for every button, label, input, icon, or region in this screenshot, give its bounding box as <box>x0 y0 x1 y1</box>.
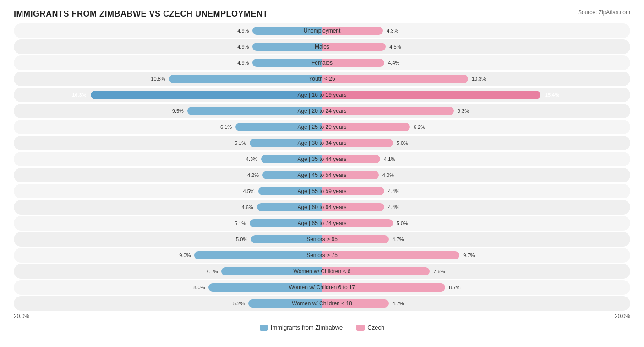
chart-header: IMMIGRANTS FROM ZIMBABWE VS CZECH UNEMPL… <box>14 9 630 19</box>
val-right: 5.0% <box>395 140 408 146</box>
val-left: 10.8% <box>151 76 167 82</box>
axis-left: 20.0% <box>14 313 29 319</box>
chart-row: 4.5%4.4%Age | 55 to 59 years <box>14 184 630 198</box>
chart-body: 4.9%4.3%Unemployment4.9%4.5%Males4.9%4.4… <box>14 23 630 311</box>
label-center: Youth < 25 <box>309 76 335 82</box>
val-right: 9.7% <box>461 253 475 258</box>
label-center: Females <box>311 60 333 66</box>
bar-right <box>322 91 540 99</box>
val-right: 6.2% <box>412 124 425 130</box>
label-center: Seniors > 75 <box>306 252 338 259</box>
label-center: Age | 20 to 24 years <box>297 108 346 114</box>
label-center: Women w/ Children < 6 <box>294 268 351 275</box>
label-center: Age | 65 to 74 years <box>297 220 346 226</box>
legend-label-left: Immigrants from Zimbabwe <box>271 324 343 331</box>
label-center: Age | 60 to 64 years <box>297 204 346 210</box>
val-right: 9.3% <box>456 108 469 114</box>
val-right: 7.6% <box>431 269 445 274</box>
legend: Immigrants from Zimbabwe Czech <box>14 324 630 331</box>
legend-item-left: Immigrants from Zimbabwe <box>260 324 343 331</box>
legend-item-right: Czech <box>356 324 384 331</box>
val-left: 7.1% <box>206 269 219 274</box>
axis-right: 20.0% <box>615 313 630 319</box>
val-right: 15.4% <box>542 92 559 98</box>
bar-right <box>322 43 386 51</box>
bar-right <box>322 75 468 83</box>
label-center: Age | 16 to 19 years <box>297 92 346 98</box>
val-right: 4.1% <box>382 156 395 162</box>
val-left: 9.0% <box>179 253 192 258</box>
label-center: Seniors > 65 <box>306 236 338 242</box>
chart-container: IMMIGRANTS FROM ZIMBABWE VS CZECH UNEMPL… <box>14 9 630 331</box>
label-center: Women w/ Children 6 to 17 <box>289 284 355 291</box>
legend-color-left <box>260 325 268 331</box>
bar-left <box>91 91 322 99</box>
bar-right <box>322 251 459 259</box>
legend-color-right <box>356 325 365 331</box>
label-center: Age | 55 to 59 years <box>297 188 346 194</box>
val-left: 9.5% <box>172 108 186 114</box>
val-right: 4.4% <box>386 188 399 194</box>
chart-row: 4.9%4.5%Males <box>14 39 630 54</box>
chart-row: 8.0%8.7%Women w/ Children 6 to 17 <box>14 280 630 295</box>
chart-row: 9.0%9.7%Seniors > 75 <box>14 248 630 263</box>
val-left: 4.3% <box>246 156 259 162</box>
val-right: 10.3% <box>470 76 486 82</box>
chart-row: 4.9%4.4%Females <box>14 55 630 70</box>
val-right: 4.5% <box>387 44 401 50</box>
label-center: Age | 45 to 54 years <box>297 172 346 178</box>
val-left: 6.1% <box>220 124 234 130</box>
chart-row: 7.1%7.6%Women w/ Children < 6 <box>14 264 630 279</box>
label-center: Males <box>315 44 329 50</box>
chart-row: 5.1%5.0%Age | 65 to 74 years <box>14 216 630 231</box>
val-left: 4.5% <box>243 188 257 194</box>
val-left: 5.2% <box>233 301 246 306</box>
chart-title: IMMIGRANTS FROM ZIMBABWE VS CZECH UNEMPL… <box>14 9 268 19</box>
val-right: 4.7% <box>391 301 404 306</box>
legend-label-right: Czech <box>367 324 384 331</box>
val-right: 4.4% <box>386 60 399 66</box>
chart-row: 4.9%4.3%Unemployment <box>14 23 630 38</box>
chart-row: 9.5%9.3%Age | 20 to 24 years <box>14 104 630 118</box>
chart-source: Source: ZipAtlas.com <box>578 9 630 16</box>
chart-row: 6.1%6.2%Age | 25 to 29 years <box>14 120 630 134</box>
val-left: 5.1% <box>235 140 248 146</box>
chart-row: 16.3%15.4%Age | 16 to 19 years <box>14 88 630 102</box>
val-left: 4.9% <box>237 28 251 33</box>
val-left: 8.0% <box>193 285 207 290</box>
val-right: 4.3% <box>385 28 398 33</box>
chart-row: 4.2%4.0%Age | 45 to 54 years <box>14 168 630 182</box>
label-center: Women w/ Children < 18 <box>292 300 352 307</box>
val-left: 16.3% <box>72 92 89 98</box>
bar-left <box>252 43 322 51</box>
label-center: Age | 30 to 34 years <box>297 140 346 146</box>
chart-row: 5.0%4.7%Seniors > 65 <box>14 232 630 247</box>
label-center: Unemployment <box>304 28 341 34</box>
chart-row: 4.6%4.4%Age | 60 to 64 years <box>14 200 630 215</box>
val-left: 4.9% <box>237 60 251 66</box>
val-left: 4.6% <box>241 204 255 210</box>
chart-row: 10.8%10.3%Youth < 25 <box>14 72 630 86</box>
val-right: 4.7% <box>391 237 404 242</box>
chart-row: 4.3%4.1%Age | 35 to 44 years <box>14 152 630 166</box>
val-left: 5.0% <box>236 237 249 242</box>
val-right: 4.0% <box>381 172 394 178</box>
val-left: 4.2% <box>247 172 261 178</box>
label-center: Age | 25 to 29 years <box>297 124 346 130</box>
chart-row: 5.2%4.7%Women w/ Children < 18 <box>14 296 630 311</box>
bar-left <box>169 75 322 83</box>
axis-row: 20.0% 20.0% <box>14 313 630 319</box>
val-right: 4.4% <box>386 204 399 210</box>
val-right: 8.7% <box>447 285 460 290</box>
val-left: 5.1% <box>235 220 248 226</box>
label-center: Age | 35 to 44 years <box>297 156 346 162</box>
val-right: 5.0% <box>395 220 408 226</box>
val-left: 4.9% <box>237 44 251 50</box>
bar-left <box>194 251 322 259</box>
chart-row: 5.1%5.0%Age | 30 to 34 years <box>14 136 630 150</box>
